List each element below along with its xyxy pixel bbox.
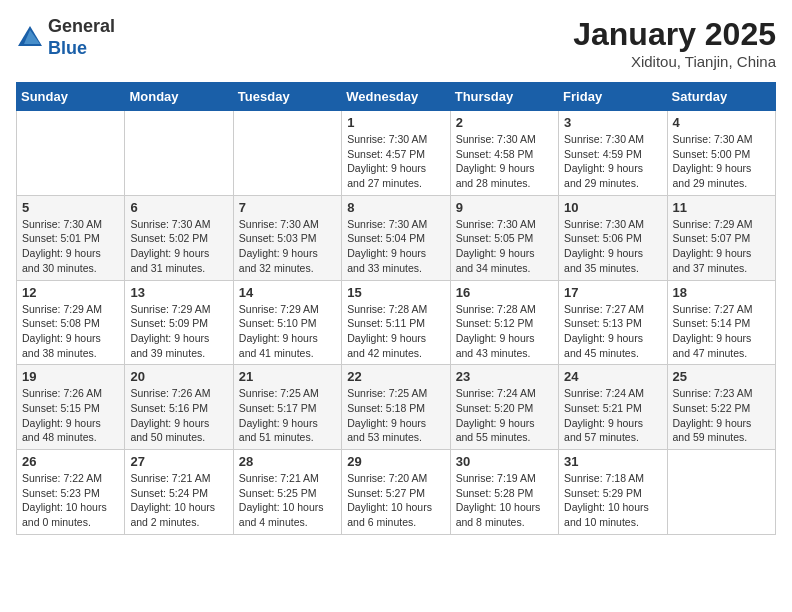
day-info: Sunrise: 7:26 AM Sunset: 5:16 PM Dayligh… [130,386,227,445]
calendar-cell: 30Sunrise: 7:19 AM Sunset: 5:28 PM Dayli… [450,450,558,535]
calendar-body: 1Sunrise: 7:30 AM Sunset: 4:57 PM Daylig… [17,111,776,535]
calendar-cell: 16Sunrise: 7:28 AM Sunset: 5:12 PM Dayli… [450,280,558,365]
weekday-header-saturday: Saturday [667,83,775,111]
day-info: Sunrise: 7:30 AM Sunset: 4:59 PM Dayligh… [564,132,661,191]
day-number: 29 [347,454,444,469]
day-number: 17 [564,285,661,300]
calendar-cell: 15Sunrise: 7:28 AM Sunset: 5:11 PM Dayli… [342,280,450,365]
day-number: 1 [347,115,444,130]
calendar-cell: 25Sunrise: 7:23 AM Sunset: 5:22 PM Dayli… [667,365,775,450]
day-info: Sunrise: 7:19 AM Sunset: 5:28 PM Dayligh… [456,471,553,530]
day-number: 21 [239,369,336,384]
calendar-title: January 2025 [573,16,776,53]
page-header: General Blue January 2025 Xiditou, Tianj… [16,16,776,70]
day-info: Sunrise: 7:28 AM Sunset: 5:11 PM Dayligh… [347,302,444,361]
weekday-row: SundayMondayTuesdayWednesdayThursdayFrid… [17,83,776,111]
calendar-cell: 24Sunrise: 7:24 AM Sunset: 5:21 PM Dayli… [559,365,667,450]
calendar-week-row: 19Sunrise: 7:26 AM Sunset: 5:15 PM Dayli… [17,365,776,450]
calendar-cell: 20Sunrise: 7:26 AM Sunset: 5:16 PM Dayli… [125,365,233,450]
day-info: Sunrise: 7:29 AM Sunset: 5:08 PM Dayligh… [22,302,119,361]
day-number: 14 [239,285,336,300]
day-info: Sunrise: 7:24 AM Sunset: 5:21 PM Dayligh… [564,386,661,445]
day-number: 26 [22,454,119,469]
calendar-subtitle: Xiditou, Tianjin, China [573,53,776,70]
calendar-cell: 5Sunrise: 7:30 AM Sunset: 5:01 PM Daylig… [17,195,125,280]
day-number: 22 [347,369,444,384]
logo-blue-text: Blue [48,38,87,58]
day-info: Sunrise: 7:29 AM Sunset: 5:07 PM Dayligh… [673,217,770,276]
calendar-cell: 22Sunrise: 7:25 AM Sunset: 5:18 PM Dayli… [342,365,450,450]
day-info: Sunrise: 7:24 AM Sunset: 5:20 PM Dayligh… [456,386,553,445]
day-number: 15 [347,285,444,300]
calendar-cell: 12Sunrise: 7:29 AM Sunset: 5:08 PM Dayli… [17,280,125,365]
day-number: 16 [456,285,553,300]
day-number: 28 [239,454,336,469]
calendar-cell: 2Sunrise: 7:30 AM Sunset: 4:58 PM Daylig… [450,111,558,196]
day-number: 31 [564,454,661,469]
calendar-table: SundayMondayTuesdayWednesdayThursdayFrid… [16,82,776,535]
day-info: Sunrise: 7:21 AM Sunset: 5:24 PM Dayligh… [130,471,227,530]
day-info: Sunrise: 7:30 AM Sunset: 5:06 PM Dayligh… [564,217,661,276]
day-info: Sunrise: 7:21 AM Sunset: 5:25 PM Dayligh… [239,471,336,530]
day-number: 12 [22,285,119,300]
calendar-week-row: 1Sunrise: 7:30 AM Sunset: 4:57 PM Daylig… [17,111,776,196]
day-info: Sunrise: 7:30 AM Sunset: 5:02 PM Dayligh… [130,217,227,276]
calendar-cell [233,111,341,196]
day-number: 11 [673,200,770,215]
day-info: Sunrise: 7:30 AM Sunset: 4:58 PM Dayligh… [456,132,553,191]
calendar-cell: 23Sunrise: 7:24 AM Sunset: 5:20 PM Dayli… [450,365,558,450]
day-info: Sunrise: 7:25 AM Sunset: 5:17 PM Dayligh… [239,386,336,445]
calendar-cell: 9Sunrise: 7:30 AM Sunset: 5:05 PM Daylig… [450,195,558,280]
day-info: Sunrise: 7:30 AM Sunset: 5:04 PM Dayligh… [347,217,444,276]
calendar-cell: 29Sunrise: 7:20 AM Sunset: 5:27 PM Dayli… [342,450,450,535]
day-info: Sunrise: 7:30 AM Sunset: 5:03 PM Dayligh… [239,217,336,276]
calendar-week-row: 5Sunrise: 7:30 AM Sunset: 5:01 PM Daylig… [17,195,776,280]
calendar-cell: 7Sunrise: 7:30 AM Sunset: 5:03 PM Daylig… [233,195,341,280]
weekday-header-friday: Friday [559,83,667,111]
day-info: Sunrise: 7:26 AM Sunset: 5:15 PM Dayligh… [22,386,119,445]
calendar-cell: 19Sunrise: 7:26 AM Sunset: 5:15 PM Dayli… [17,365,125,450]
calendar-cell: 31Sunrise: 7:18 AM Sunset: 5:29 PM Dayli… [559,450,667,535]
calendar-cell: 4Sunrise: 7:30 AM Sunset: 5:00 PM Daylig… [667,111,775,196]
day-number: 9 [456,200,553,215]
calendar-cell: 17Sunrise: 7:27 AM Sunset: 5:13 PM Dayli… [559,280,667,365]
day-info: Sunrise: 7:23 AM Sunset: 5:22 PM Dayligh… [673,386,770,445]
weekday-header-monday: Monday [125,83,233,111]
day-number: 24 [564,369,661,384]
day-number: 3 [564,115,661,130]
day-info: Sunrise: 7:25 AM Sunset: 5:18 PM Dayligh… [347,386,444,445]
day-info: Sunrise: 7:30 AM Sunset: 5:01 PM Dayligh… [22,217,119,276]
day-info: Sunrise: 7:27 AM Sunset: 5:14 PM Dayligh… [673,302,770,361]
day-info: Sunrise: 7:22 AM Sunset: 5:23 PM Dayligh… [22,471,119,530]
calendar-cell: 28Sunrise: 7:21 AM Sunset: 5:25 PM Dayli… [233,450,341,535]
day-number: 5 [22,200,119,215]
calendar-cell [17,111,125,196]
day-number: 18 [673,285,770,300]
day-number: 7 [239,200,336,215]
logo: General Blue [16,16,115,59]
calendar-cell: 13Sunrise: 7:29 AM Sunset: 5:09 PM Dayli… [125,280,233,365]
day-info: Sunrise: 7:29 AM Sunset: 5:09 PM Dayligh… [130,302,227,361]
calendar-cell: 3Sunrise: 7:30 AM Sunset: 4:59 PM Daylig… [559,111,667,196]
day-number: 30 [456,454,553,469]
day-number: 23 [456,369,553,384]
calendar-header: SundayMondayTuesdayWednesdayThursdayFrid… [17,83,776,111]
weekday-header-sunday: Sunday [17,83,125,111]
calendar-cell [667,450,775,535]
calendar-cell: 8Sunrise: 7:30 AM Sunset: 5:04 PM Daylig… [342,195,450,280]
day-info: Sunrise: 7:28 AM Sunset: 5:12 PM Dayligh… [456,302,553,361]
day-number: 25 [673,369,770,384]
day-info: Sunrise: 7:18 AM Sunset: 5:29 PM Dayligh… [564,471,661,530]
day-number: 6 [130,200,227,215]
day-number: 8 [347,200,444,215]
logo-general-text: General [48,16,115,36]
day-info: Sunrise: 7:20 AM Sunset: 5:27 PM Dayligh… [347,471,444,530]
day-number: 20 [130,369,227,384]
day-number: 19 [22,369,119,384]
day-number: 27 [130,454,227,469]
calendar-cell [125,111,233,196]
calendar-cell: 6Sunrise: 7:30 AM Sunset: 5:02 PM Daylig… [125,195,233,280]
weekday-header-thursday: Thursday [450,83,558,111]
calendar-cell: 26Sunrise: 7:22 AM Sunset: 5:23 PM Dayli… [17,450,125,535]
calendar-cell: 10Sunrise: 7:30 AM Sunset: 5:06 PM Dayli… [559,195,667,280]
